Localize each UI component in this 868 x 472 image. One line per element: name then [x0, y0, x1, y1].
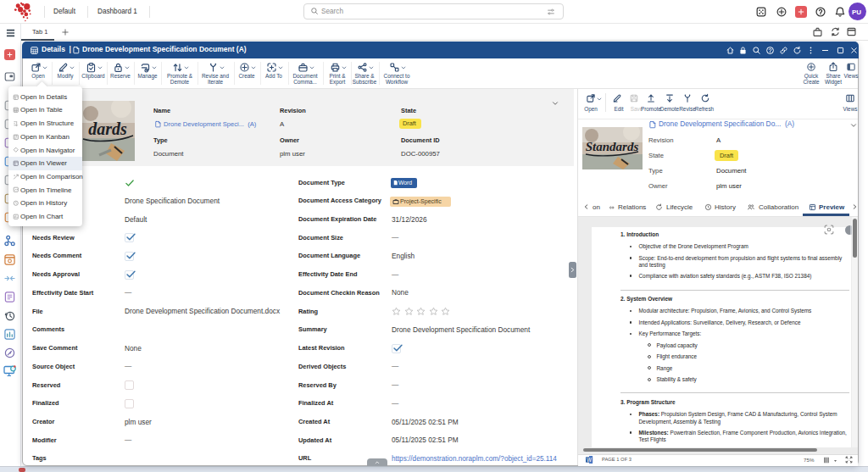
svg-text:W: W: [587, 457, 592, 463]
svg-text:Standards: Standards: [586, 140, 639, 153]
svg-text:dards: dards: [88, 119, 127, 138]
